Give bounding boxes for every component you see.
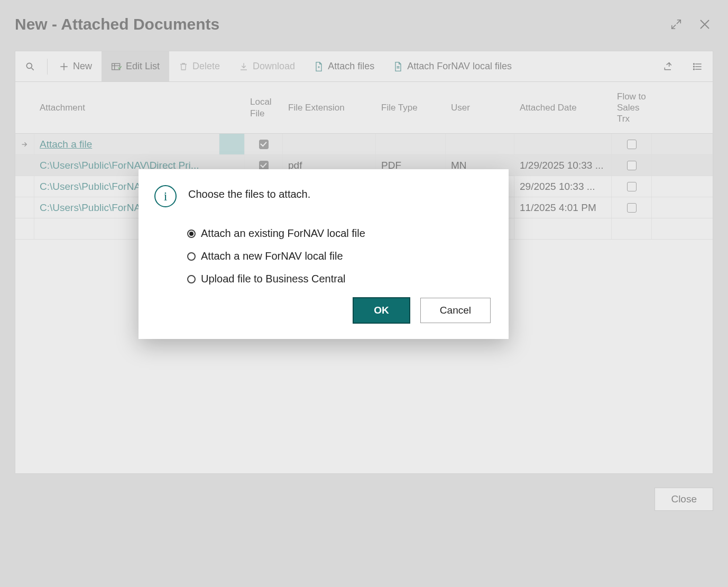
radio-group: Attach an existing ForNAV local file Att… bbox=[187, 227, 491, 285]
dialog-title: Choose the files to attach. bbox=[188, 185, 310, 200]
choose-files-dialog: i Choose the files to attach. Attach an … bbox=[139, 169, 509, 339]
radio-icon bbox=[187, 252, 196, 261]
cancel-button[interactable]: Cancel bbox=[420, 298, 491, 323]
radio-new[interactable]: Attach a new ForNAV local file bbox=[187, 250, 491, 262]
page-root: New - Attached Documents New Edit List bbox=[0, 0, 728, 587]
info-icon: i bbox=[154, 185, 177, 207]
radio-label: Attach an existing ForNAV local file bbox=[201, 227, 365, 240]
radio-icon bbox=[187, 275, 196, 283]
radio-icon bbox=[187, 230, 196, 238]
ok-button[interactable]: OK bbox=[353, 298, 410, 323]
radio-label: Upload file to Business Central bbox=[201, 273, 345, 285]
radio-label: Attach a new ForNAV local file bbox=[201, 250, 343, 262]
radio-existing[interactable]: Attach an existing ForNAV local file bbox=[187, 227, 491, 240]
radio-upload[interactable]: Upload file to Business Central bbox=[187, 273, 491, 285]
